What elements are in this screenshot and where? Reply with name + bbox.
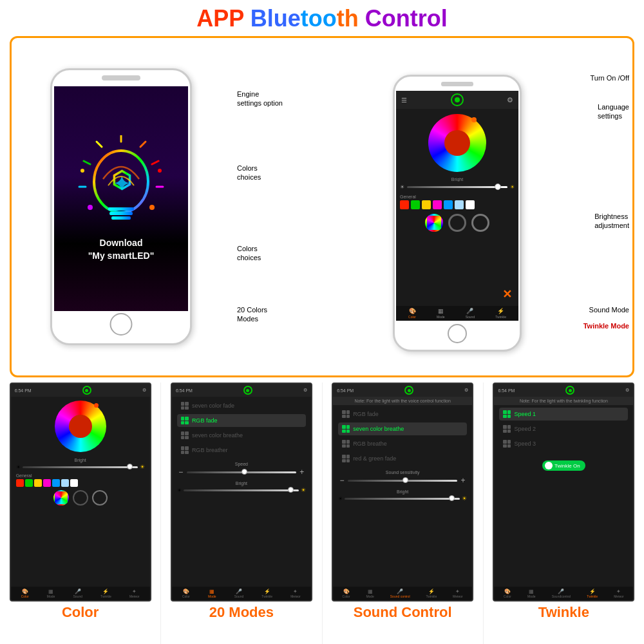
swatch-pink[interactable]: [433, 200, 442, 209]
mini-swatch-lightblue[interactable]: [61, 479, 69, 487]
sound-seven-breathe[interactable]: seven color breathe: [338, 422, 467, 435]
sound-sensitivity-row: − +: [338, 476, 467, 485]
sound-nav-color[interactable]: 🎨 Color: [343, 589, 350, 598]
colors-choices-1-annotation: Colorschoices: [237, 164, 261, 182]
modes-bright-section: Bright ☀ ☀: [172, 479, 311, 495]
right-phone-home-button[interactable]: [448, 324, 467, 343]
mini-swatch-red[interactable]: [16, 479, 24, 487]
mini-power-btn[interactable]: [82, 386, 91, 395]
sensitivity-plus[interactable]: +: [459, 476, 467, 485]
mode-rgb-fade[interactable]: RGB fade: [177, 414, 306, 427]
nav-twinkle[interactable]: ⚡ Twinkle: [495, 308, 506, 319]
sound-seven-fade[interactable]: RGB fade: [338, 408, 467, 421]
time-display: 6:54 PM: [15, 388, 32, 393]
sound-brightness-slider[interactable]: [345, 498, 460, 500]
modes-power-btn[interactable]: [243, 386, 252, 395]
twinkle-toggle[interactable]: Twinkle On: [542, 460, 585, 471]
swatch-white[interactable]: [466, 200, 475, 209]
mini-general-section: General: [11, 472, 150, 488]
mode-cell: [181, 431, 185, 435]
twinkle-speed2[interactable]: Speed 2: [499, 422, 628, 435]
sound-bright-section: Bright ☀ ☀: [333, 488, 472, 504]
page-title: APP Bluetooth Control: [0, 0, 644, 36]
sound-red-green[interactable]: red & green fade: [338, 452, 467, 465]
sound-mode-label: Mode: [366, 594, 374, 598]
mini-swatch-white[interactable]: [70, 479, 78, 487]
mini-nav-mode[interactable]: ▦ Mode: [47, 589, 55, 598]
color-wheel-center: [444, 130, 470, 156]
sound-rgb-breathe[interactable]: RGB breathe: [338, 437, 467, 450]
mode-seven-color-fade[interactable]: seven color fade: [177, 399, 306, 412]
mini-ring-color[interactable]: [53, 490, 69, 506]
modes-brightness-slider[interactable]: [184, 489, 299, 491]
brightness-slider[interactable]: [407, 186, 507, 188]
s-cell: [342, 415, 346, 419]
swatch-yellow[interactable]: [422, 200, 431, 209]
twinkle-power-btn[interactable]: [565, 386, 574, 395]
mini-swatch-blue[interactable]: [52, 479, 60, 487]
menu-icon[interactable]: ☰: [401, 97, 407, 104]
sound-nav-meteor[interactable]: ✦ Meteor: [453, 589, 463, 598]
gear-icon[interactable]: ⚙: [507, 96, 513, 104]
ring-grey[interactable]: [471, 214, 489, 232]
modes-nav-color[interactable]: 🎨 Color: [182, 589, 190, 598]
sound-nav-mode[interactable]: ▦ Mode: [366, 589, 374, 598]
twinkle-speed1[interactable]: Speed 1: [499, 408, 628, 421]
sound-power-btn[interactable]: [404, 386, 413, 395]
s-cell: [342, 440, 346, 444]
twinkle-mode-label: Mode: [527, 594, 536, 598]
mode-rgb-breathe[interactable]: RGB breather: [177, 444, 306, 457]
mini-brightness-slider[interactable]: [23, 466, 138, 468]
mini-ring-dark[interactable]: [73, 490, 88, 506]
ring-dark[interactable]: [448, 214, 466, 232]
twenty-modes-annotation: 20 ColorsModes: [237, 305, 267, 324]
twinkle-on-label: Twinkle On: [554, 463, 580, 469]
modes-nav-meteor[interactable]: ✦ Meteor: [290, 589, 301, 598]
speed-plus[interactable]: +: [298, 468, 306, 477]
twinkle-nav-mode[interactable]: ▦ Mode: [527, 589, 536, 598]
mini-nav-twinkle[interactable]: ⚡ Twinkle: [100, 589, 111, 598]
nav-sound[interactable]: 🎤 Sound: [466, 308, 475, 319]
svg-line-3: [97, 142, 102, 147]
sound-nav-sound[interactable]: 🎤 Sound control: [390, 589, 410, 598]
nav-color[interactable]: 🎨 Color: [408, 308, 416, 319]
nav-mode[interactable]: ▦ Mode: [437, 308, 445, 319]
mini-swatch-green[interactable]: [25, 479, 33, 487]
modes-nav-twinkle[interactable]: ⚡ Twinkle: [261, 589, 272, 598]
twinkle-meteor-icon: ✦: [616, 589, 621, 594]
modes-phone-col: 6:54 PM ⚙ seven color fade: [161, 383, 322, 644]
speed-minus[interactable]: −: [177, 468, 185, 477]
twinkle-nav-color[interactable]: 🎨 Color: [504, 589, 511, 598]
mini-nav-meteor[interactable]: ✦ Meteor: [129, 589, 140, 598]
sound-label-4: red & green fade: [353, 455, 396, 462]
twinkle-nav-twinkle[interactable]: ⚡ Twinkle: [587, 589, 598, 598]
mini-nav-sound[interactable]: 🎤 Sound: [73, 589, 82, 598]
modes-nav-mode[interactable]: ▦ Mode: [208, 589, 216, 598]
mini-ring-grey[interactable]: [92, 490, 108, 506]
mini-nav-color[interactable]: 🎨 Color: [21, 589, 29, 598]
swatch-red[interactable]: [400, 200, 409, 209]
power-button[interactable]: [451, 93, 464, 106]
twinkle-nav-sound[interactable]: 🎤 Soundcontrol: [552, 589, 571, 598]
speed-slider[interactable]: [187, 471, 296, 473]
twinkle-nav-meteor[interactable]: ✦ Meteor: [614, 589, 624, 598]
svg-line-2: [152, 161, 158, 164]
phone-home-button[interactable]: [110, 313, 133, 336]
modes-nav-sound[interactable]: 🎤 Sound: [234, 589, 243, 598]
color-wheel[interactable]: [428, 114, 486, 172]
mode-seven-breathe[interactable]: seven color breathe: [177, 429, 306, 442]
mini-color-wheel[interactable]: [55, 401, 106, 452]
modes-twinkle-label: Twinkle: [261, 594, 272, 598]
mini-swatch-yellow[interactable]: [34, 479, 42, 487]
swatch-lightblue[interactable]: [455, 200, 464, 209]
mini-swatch-pink[interactable]: [43, 479, 51, 487]
ring-color[interactable]: [425, 214, 443, 232]
twinkle-speed3[interactable]: Speed 3: [499, 437, 628, 450]
swatch-green[interactable]: [411, 200, 420, 209]
sound-nav-twinkle[interactable]: ⚡ Twinkle: [426, 589, 437, 598]
svg-point-7: [88, 205, 93, 210]
sensitivity-slider[interactable]: [348, 480, 457, 482]
swatch-blue[interactable]: [444, 200, 453, 209]
sensitivity-minus[interactable]: −: [338, 476, 346, 485]
sound-color-label: Color: [343, 594, 350, 598]
